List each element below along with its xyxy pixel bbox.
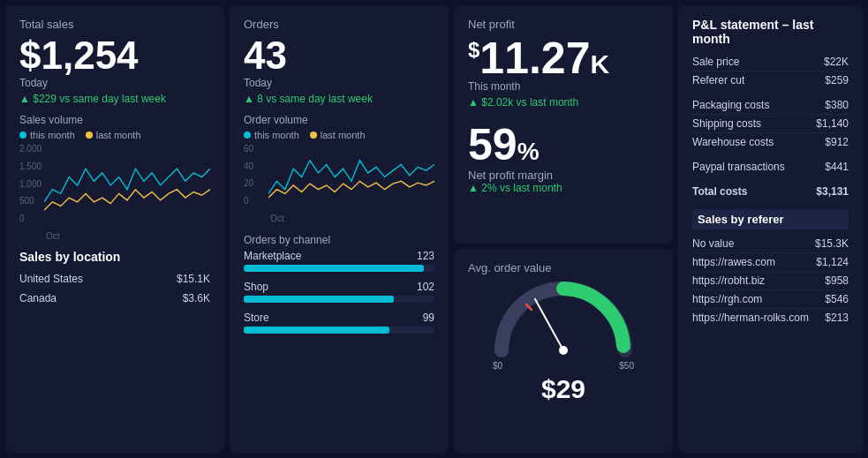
location-value-us: $15.1K (177, 273, 210, 285)
pl-packaging-value: $380 (825, 99, 849, 111)
sales-by-location-title: Sales by location (19, 250, 210, 264)
channel-marketplace-value: 123 (417, 250, 434, 262)
channel-store-value: 99 (423, 312, 434, 324)
gauge-svg (493, 280, 634, 359)
net-profit-value: $11.27K (468, 36, 659, 80)
pl-packaging-label: Packaging costs (692, 99, 769, 111)
pl-total-label: Total costs (692, 185, 747, 198)
net-profit-card: Net profit $11.27K This month $2.02k vs … (454, 5, 673, 244)
pl-referer-rawes-value: $1,124 (816, 256, 849, 268)
pl-referer-herman-label: https://herman-rolks.com (692, 312, 809, 324)
margin-trend: 2% vs last month (468, 182, 659, 194)
pl-total-value: $3,131 (816, 185, 849, 198)
location-label-us: United States (19, 273, 83, 285)
channel-title: Orders by channel (244, 234, 434, 246)
total-sales-period: Today (19, 77, 210, 89)
orders-value: 43 (244, 36, 434, 75)
orders-y-labels: 60 40 20 0 (244, 144, 253, 206)
margin-label: Net profit margin (468, 169, 659, 182)
orders-line-chart (268, 144, 434, 206)
pl-referer-robht-value: $958 (825, 274, 849, 287)
svg-point-11 (559, 346, 568, 355)
pl-warehouse-value: $912 (825, 136, 849, 148)
orders-period: Today (244, 77, 434, 89)
sales-volume-label: Sales volume (19, 114, 210, 126)
location-row-us: United States $15.1K (19, 269, 210, 289)
orders-chart-area: 60 40 20 0 Oct (244, 144, 434, 223)
pl-referer-rgh-label: https://rgh.com (692, 293, 762, 305)
pl-paypal: Paypal transactions $441 (692, 158, 849, 176)
gauge-container: $0 $50 $29 (468, 280, 659, 404)
sales-x-label: Oct (46, 231, 60, 241)
location-value-ca: $3.6K (183, 292, 210, 304)
total-sales-card: Total sales $1,254 Today $229 vs same da… (5, 5, 224, 453)
gauge-labels: $0 $50 (493, 361, 634, 371)
pl-sale-price-value: $22K (824, 56, 849, 68)
pl-paypal-label: Paypal transactions (692, 161, 785, 173)
pl-referer-rgh: https://rgh.com $546 (692, 290, 849, 309)
pl-referer-novalue: No value $15.3K (692, 235, 849, 253)
pl-total: Total costs $3,131 (692, 183, 849, 200)
location-label-ca: Canada (19, 292, 57, 304)
svg-line-10 (535, 299, 563, 350)
channel-shop-label: Shop (244, 281, 268, 293)
sales-chart-legend: this month last month (19, 130, 210, 140)
pl-paypal-value: $441 (825, 161, 849, 173)
orders-by-channel: Orders by channel Marketplace 123 Shop 1… (244, 234, 434, 334)
pl-referer-cut: Referer cut $259 (692, 71, 849, 89)
pl-packaging: Packaging costs $380 (692, 96, 849, 115)
pl-total-section: Total costs $3,131 (692, 183, 849, 200)
total-sales-value: $1,254 (19, 36, 210, 75)
channel-marketplace-label: Marketplace (244, 250, 301, 262)
avg-order-display: $29 (541, 374, 585, 404)
pl-shipping-label: Shipping costs (692, 117, 761, 130)
channel-store-label: Store (244, 312, 269, 324)
pl-shipping: Shipping costs $1,140 (692, 115, 849, 133)
total-sales-trend: $229 vs same day last week (19, 93, 210, 105)
sales-chart-area: 2,000 1,500 1,000 500 0 Oct (19, 144, 210, 241)
margin-value: 59% (468, 123, 659, 167)
orders-chart-legend: this month last month (244, 130, 434, 140)
margin-section: 59% Net profit margin 2% vs last month (468, 123, 659, 194)
pl-shipping-value: $1,140 (816, 117, 849, 130)
pl-referer-cut-value: $259 (825, 74, 849, 86)
order-volume-label: Order volume (244, 114, 434, 126)
pl-warehouse-label: Warehouse costs (692, 136, 774, 148)
pl-other-section: Paypal transactions $441 (692, 158, 849, 176)
pl-referer-section: No value $15.3K https://rawes.com $1,124… (692, 235, 849, 327)
sales-by-referer-title: Sales by referer (692, 209, 849, 229)
channel-store: Store 99 (244, 312, 434, 334)
orders-card: Orders 43 Today 8 vs same day last week … (230, 5, 449, 453)
pl-top-section: Sale price $22K Referer cut $259 (692, 53, 849, 89)
pl-warehouse: Warehouse costs $912 (692, 133, 849, 151)
pl-title: P&L statement – last month (692, 18, 849, 46)
avg-order-title: Avg. order value (468, 261, 659, 274)
location-row-ca: Canada $3.6K (19, 289, 210, 308)
orders-title: Orders (244, 18, 434, 31)
pl-referer-novalue-label: No value (692, 237, 734, 250)
pl-referer-rawes-label: https://rawes.com (692, 256, 775, 268)
sales-line-chart (44, 144, 210, 219)
pl-sale-price-label: Sale price (692, 56, 739, 68)
pl-referer-rawes: https://rawes.com $1,124 (692, 253, 849, 272)
sales-by-location-section: Sales by location United States $15.1K C… (19, 250, 210, 308)
avg-order-value-card: Avg. order value $0 $50 $29 (454, 249, 673, 454)
pl-referer-robht-label: https://robht.biz (692, 274, 765, 287)
pl-referer-cut-label: Referer cut (692, 74, 744, 86)
channel-shop: Shop 102 (244, 281, 434, 303)
pl-referer-robht: https://robht.biz $958 (692, 272, 849, 290)
pl-referer-herman: https://herman-rolks.com $213 (692, 309, 849, 327)
pl-sale-price: Sale price $22K (692, 53, 849, 71)
pl-costs-section: Packaging costs $380 Shipping costs $1,1… (692, 96, 849, 151)
channel-shop-value: 102 (417, 281, 434, 293)
channel-marketplace: Marketplace 123 (244, 250, 434, 272)
pl-referer-novalue-value: $15.3K (815, 237, 849, 250)
net-profit-trend: $2.02k vs last month (468, 96, 659, 109)
sales-y-labels: 2,000 1,500 1,000 500 0 (19, 144, 42, 223)
net-profit-title: Net profit (468, 18, 659, 31)
pl-referer-herman-value: $213 (825, 312, 849, 324)
orders-x-label: Oct (270, 214, 284, 223)
gauge-min: $0 (493, 361, 502, 371)
orders-trend: 8 vs same day last week (244, 93, 434, 105)
total-sales-title: Total sales (19, 18, 210, 31)
